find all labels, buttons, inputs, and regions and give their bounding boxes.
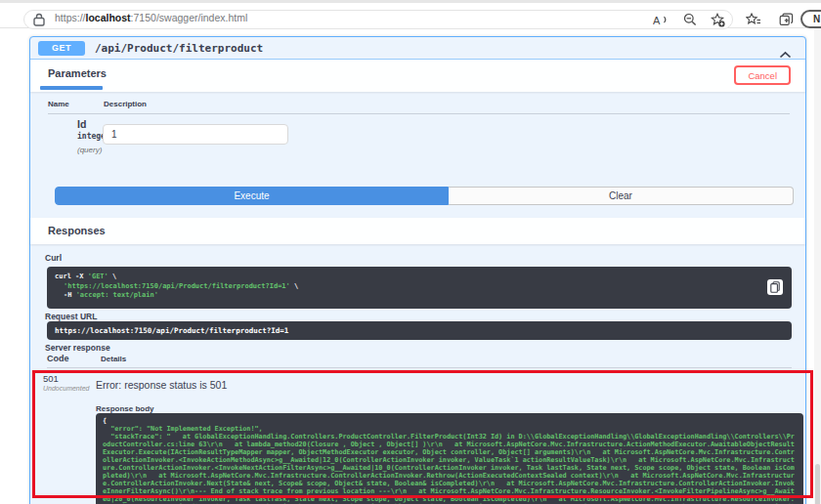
column-header-code: Code bbox=[47, 354, 69, 363]
response-body-label: Response body bbox=[96, 404, 154, 413]
http-method-badge: GET bbox=[38, 41, 85, 56]
parameter-name: Id bbox=[77, 118, 86, 130]
column-header-name: Name bbox=[48, 100, 69, 108]
request-url-label: Request URL bbox=[45, 312, 97, 321]
curl-label: Curl bbox=[45, 253, 62, 263]
parameter-id-input[interactable] bbox=[103, 124, 288, 145]
response-table-divider bbox=[47, 367, 792, 368]
page-scrollbar[interactable] bbox=[814, 28, 821, 504]
execute-button[interactable]: Execute bbox=[55, 187, 449, 205]
request-url-block: https://localhost:7150/api/Product/filte… bbox=[47, 321, 792, 340]
read-aloud-icon[interactable]: A bbox=[653, 13, 669, 30]
profile-button[interactable]: N bbox=[800, 10, 821, 28]
column-header-details: Details bbox=[101, 355, 126, 363]
table-header-divider bbox=[48, 113, 790, 114]
svg-text:A: A bbox=[653, 15, 661, 26]
status-code: 501 bbox=[43, 373, 59, 384]
zoom-out-icon[interactable] bbox=[683, 13, 697, 30]
tab-parameters[interactable]: Parameters bbox=[48, 67, 107, 79]
response-body-stacktrace: "stackTrace": " at GlobalExceptionHandli… bbox=[103, 433, 797, 504]
endpoint-path: /api/Product/filterproduct bbox=[95, 42, 263, 55]
response-body-open-brace: { bbox=[103, 417, 797, 425]
server-response-label: Server response bbox=[45, 343, 110, 353]
opblock-summary[interactable]: GET /api/Product/filterproduct bbox=[30, 37, 805, 60]
favorites-icon[interactable] bbox=[746, 13, 761, 30]
responses-title: Responses bbox=[48, 225, 106, 236]
curl-line-3: -H 'accept: text/plain' bbox=[55, 291, 784, 301]
curl-command-block: curl -X 'GET' \ 'https://localhost:7150/… bbox=[47, 267, 792, 309]
response-body-error-line: "error": "Not Implemented Exception!", bbox=[103, 425, 797, 433]
active-tab-underline bbox=[40, 86, 103, 90]
curl-line-1: curl -X 'GET' \ bbox=[55, 273, 784, 282]
scrollbar-thumb[interactable] bbox=[815, 464, 820, 504]
clear-button[interactable]: Clear bbox=[449, 187, 794, 205]
curl-line-2: 'https://localhost:7150/api/Product/filt… bbox=[55, 282, 784, 292]
browser-window: https://localhost:7150/swagger/index.htm… bbox=[0, 0, 821, 504]
responses-header: Responses bbox=[30, 218, 805, 244]
browser-toolbar: https://localhost:7150/swagger/index.htm… bbox=[0, 3, 821, 28]
response-body-block: { "error": "Not Implemented Exception!",… bbox=[96, 413, 803, 504]
parameter-location: (query) bbox=[77, 146, 102, 154]
execute-row: Execute Clear bbox=[55, 187, 794, 205]
secure-lock-icon[interactable] bbox=[33, 13, 45, 30]
cancel-button[interactable]: Cancel bbox=[734, 65, 791, 85]
undocumented-label: Undocumented bbox=[43, 385, 89, 392]
collections-icon[interactable] bbox=[779, 13, 794, 31]
error-message: Error: response status is 501 bbox=[96, 379, 227, 391]
column-header-description: Description bbox=[104, 100, 147, 108]
add-favorite-icon[interactable] bbox=[711, 13, 725, 31]
url-text[interactable]: https://localhost:7150/swagger/index.htm… bbox=[55, 12, 247, 23]
copy-to-clipboard-button[interactable] bbox=[767, 279, 783, 295]
parameters-header: Parameters Cancel bbox=[30, 60, 805, 92]
